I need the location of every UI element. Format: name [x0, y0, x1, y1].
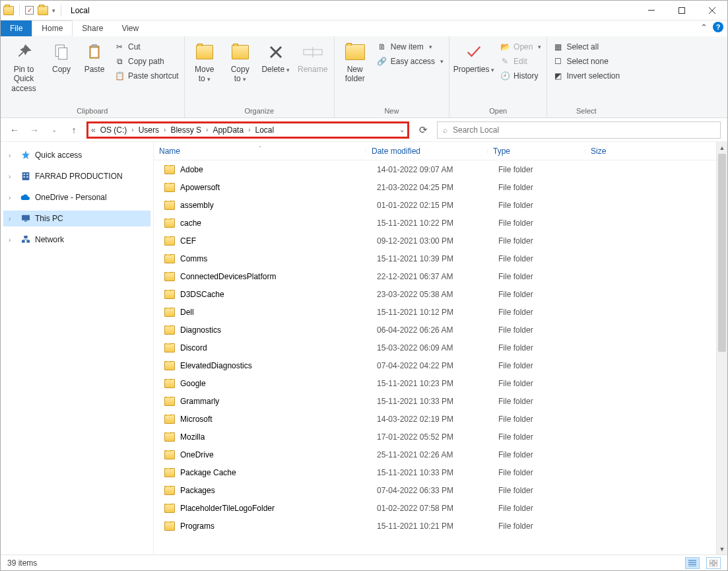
file-row[interactable]: PlaceholderTileLogoFolder01-02-2022 07:5… — [154, 499, 716, 517]
file-name: Dell — [180, 308, 194, 317]
file-name: Package Cache — [180, 468, 236, 477]
scroll-up-icon[interactable]: ▲ — [717, 142, 727, 153]
qat-dropdown[interactable]: ▾ — [52, 7, 55, 14]
breadcrumb-item[interactable]: Blessy S — [167, 124, 205, 136]
pin-to-quick-access-button[interactable]: Pin to Quick access — [5, 40, 43, 94]
sidebar-item[interactable]: ›Quick access — [3, 147, 150, 163]
select-all-button[interactable]: ▦Select all — [551, 40, 621, 53]
col-name[interactable]: ˆName — [154, 147, 366, 156]
properties-button[interactable]: Properties▾ — [453, 40, 494, 75]
maximize-button[interactable] — [667, 1, 697, 20]
open-button[interactable]: 📂Open▾ — [498, 40, 543, 53]
details-view-button[interactable] — [685, 557, 700, 569]
file-name: Diagnostics — [180, 325, 221, 335]
delete-button[interactable]: Delete▾ — [260, 40, 292, 75]
file-row[interactable]: OneDrive25-11-2021 02:26 AMFile folder — [154, 446, 716, 463]
svg-rect-5 — [92, 44, 98, 47]
file-row[interactable]: Discord15-03-2022 06:09 AMFile folder — [154, 339, 716, 356]
pin-icon — [13, 42, 34, 63]
file-row[interactable]: Google15-11-2021 10:23 PMFile folder — [154, 374, 716, 392]
breadcrumb-item[interactable]: Users — [135, 124, 162, 136]
expand-icon[interactable]: › — [9, 236, 17, 244]
select-none-button[interactable]: ☐Select none — [551, 55, 621, 68]
expand-icon[interactable]: › — [9, 152, 17, 159]
rename-button[interactable]: Rename — [296, 40, 330, 75]
file-row[interactable]: CEF09-12-2021 03:00 PMFile folder — [154, 232, 716, 250]
search-input[interactable] — [453, 125, 715, 135]
scroll-down-icon[interactable]: ▼ — [717, 543, 727, 554]
address-dropdown[interactable]: ⌄ — [399, 126, 405, 133]
tab-home[interactable]: Home — [32, 20, 73, 36]
file-row[interactable]: Adobe14-01-2022 09:07 AMFile folder — [154, 160, 716, 178]
col-size[interactable]: Size — [585, 147, 716, 156]
expand-icon[interactable]: › — [9, 173, 17, 180]
file-row[interactable]: Mozilla17-01-2022 05:52 PMFile folder — [154, 428, 716, 446]
easy-access-button[interactable]: 🔗Easy access▾ — [376, 55, 445, 68]
copy-to-button[interactable]: Copy to▾ — [224, 40, 256, 85]
help-icon[interactable]: ? — [713, 22, 723, 32]
collapse-ribbon-icon[interactable]: ⌃ — [700, 22, 708, 32]
file-row[interactable]: ElevatedDiagnostics07-04-2022 04:22 PMFi… — [154, 356, 716, 374]
close-button[interactable] — [697, 1, 727, 20]
scroll-thumb[interactable] — [718, 154, 726, 352]
folder-icon[interactable] — [38, 6, 48, 15]
minimize-button[interactable] — [636, 1, 667, 20]
file-row[interactable]: Apowersoft21-03-2022 04:25 PMFile folder — [154, 178, 716, 196]
breadcrumb-item[interactable]: OS (C:) — [97, 124, 131, 136]
cut-button[interactable]: ✂Cut — [113, 40, 180, 53]
file-row[interactable]: assembly01-01-2022 02:15 PMFile folder — [154, 196, 716, 214]
file-row[interactable]: D3DSCache23-03-2022 05:38 AMFile folder — [154, 285, 716, 303]
expand-icon[interactable]: › — [9, 194, 17, 201]
edit-button[interactable]: ✎Edit — [498, 55, 543, 68]
refresh-button[interactable]: ⟳ — [414, 121, 432, 139]
expand-icon[interactable]: › — [9, 215, 17, 222]
file-row[interactable]: Microsoft14-03-2022 02:19 PMFile folder — [154, 410, 716, 428]
file-row[interactable]: cache15-11-2021 10:22 PMFile folder — [154, 214, 716, 232]
file-row[interactable]: Dell15-11-2021 10:12 PMFile folder — [154, 303, 716, 321]
copy-path-button[interactable]: ⧉Copy path — [113, 55, 180, 68]
file-row[interactable]: Diagnostics06-04-2022 06:26 AMFile folde… — [154, 321, 716, 339]
forward-button[interactable]: → — [27, 123, 42, 137]
tab-share[interactable]: Share — [73, 20, 112, 36]
sidebar-item[interactable]: ›OneDrive - Personal — [3, 189, 150, 205]
up-button[interactable]: ↑ — [67, 123, 81, 137]
file-row[interactable]: Packages07-04-2022 06:33 PMFile folder — [154, 481, 716, 499]
file-row[interactable]: Grammarly15-11-2021 10:33 PMFile folder — [154, 392, 716, 410]
chevron-right-icon[interactable]: › — [248, 126, 250, 133]
address-bar[interactable]: « OS (C:)› Users› Blessy S› AppData› Loc… — [86, 121, 409, 139]
thumbnails-view-button[interactable] — [706, 557, 721, 569]
col-type[interactable]: Type — [488, 147, 585, 156]
breadcrumb-item[interactable]: Local — [251, 124, 277, 136]
file-row[interactable]: Package Cache15-11-2021 10:33 PMFile fol… — [154, 463, 716, 481]
qat-checkbox[interactable]: ✓ — [25, 6, 34, 15]
new-item-button[interactable]: 🗎New item▾ — [376, 40, 445, 53]
invert-selection-button[interactable]: ◩Invert selection — [551, 69, 621, 83]
back-button[interactable]: ← — [7, 123, 22, 137]
file-row[interactable]: Comms15-11-2021 10:39 PMFile folder — [154, 250, 716, 267]
paste-button[interactable]: Paste — [80, 40, 109, 75]
folder-icon — [164, 450, 175, 459]
file-row[interactable]: ConnectedDevicesPlatform22-12-2021 06:37… — [154, 267, 716, 285]
sidebar-item[interactable]: ›FARRAD PRODUCTION — [3, 168, 150, 184]
sidebar-item[interactable]: ›Network — [3, 232, 150, 248]
chevron-right-icon[interactable]: › — [131, 126, 133, 133]
tab-view[interactable]: View — [112, 20, 148, 36]
breadcrumb-item[interactable]: AppData — [209, 124, 247, 136]
move-to-button[interactable]: Move to▾ — [189, 40, 220, 85]
recent-locations-button[interactable]: ⌄ — [47, 123, 61, 137]
col-date[interactable]: Date modified — [366, 147, 488, 156]
file-date: 01-02-2022 07:58 PM — [372, 504, 493, 513]
search-box[interactable]: ⌕ — [437, 121, 721, 139]
chevron-right-icon[interactable]: › — [206, 126, 208, 133]
sidebar-item[interactable]: ›This PC — [3, 211, 150, 226]
tab-file[interactable]: File — [1, 20, 32, 36]
copy-button[interactable]: Copy — [47, 40, 76, 75]
new-folder-button[interactable]: New folder — [339, 40, 372, 85]
file-date: 15-11-2021 10:33 PM — [372, 397, 493, 406]
paste-shortcut-button[interactable]: 📋Paste shortcut — [113, 69, 180, 83]
scrollbar[interactable]: ▲ ▼ — [716, 142, 727, 554]
history-button[interactable]: 🕘History — [498, 69, 543, 83]
chevron-right-icon[interactable]: › — [164, 126, 166, 133]
file-row[interactable]: Programs15-11-2021 10:21 PMFile folder — [154, 517, 716, 535]
file-type: File folder — [493, 218, 591, 228]
